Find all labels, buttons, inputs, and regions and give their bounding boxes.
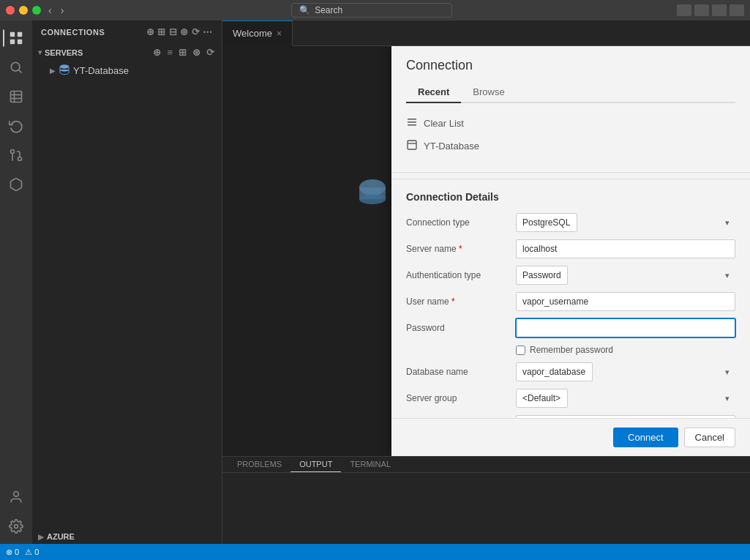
auth-type-select[interactable]: Password	[516, 266, 568, 285]
minimize-button[interactable]	[19, 6, 28, 15]
azure-section[interactable]: ▶ AZURE	[32, 529, 222, 544]
add-connection-icon[interactable]: ⊕	[146, 26, 155, 37]
close-button[interactable]	[6, 6, 15, 15]
recent-section: Clear List YT-Database	[391, 103, 750, 166]
connection-type-wrapper: PostgreSQL	[516, 213, 735, 232]
activity-history[interactable]	[3, 113, 29, 139]
connection-details: Connection Details Connection type Postg…	[391, 179, 750, 418]
terminal-tab[interactable]: TERMINAL	[341, 457, 400, 472]
password-label: Password	[406, 323, 516, 333]
tab-close-icon[interactable]: ×	[277, 29, 282, 39]
panel-title: Connection	[406, 58, 735, 73]
problems-tab[interactable]: PROBLEMS	[228, 457, 290, 472]
server-group-wrapper: <Default>	[516, 389, 735, 408]
tab-recent[interactable]: Recent	[406, 82, 461, 103]
svg-rect-1	[18, 32, 22, 37]
error-count: 0	[15, 548, 19, 556]
server-network-icon[interactable]: ⊛	[191, 46, 202, 59]
more-options-icon[interactable]: ⋯	[203, 26, 213, 37]
svg-rect-3	[18, 40, 22, 44]
user-name-row: User name	[406, 292, 735, 311]
svg-rect-0	[10, 32, 15, 37]
titlebar: ‹ › 🔍 Search	[0, 0, 750, 20]
db-icon	[59, 64, 70, 78]
svg-rect-29	[408, 119, 416, 120]
server-refresh-icon[interactable]: ⟳	[205, 46, 216, 59]
maximize-button[interactable]	[32, 6, 41, 15]
password-input[interactable]	[516, 318, 735, 337]
error-icon: ⊗	[6, 548, 12, 557]
cancel-button[interactable]: Cancel	[684, 428, 735, 447]
server-grid-icon[interactable]: ⊞	[177, 46, 188, 59]
server-group-select[interactable]: <Default>	[516, 389, 568, 408]
azure-label: AZURE	[47, 532, 75, 541]
add-server-icon[interactable]: ⊞	[157, 26, 166, 37]
sidebar-title: CONNECTIONS	[41, 28, 105, 37]
db-chevron: ▶	[50, 67, 56, 75]
layout-icon-4[interactable]	[730, 4, 744, 16]
edit-icon[interactable]: ✏	[195, 65, 203, 76]
bottom-panel: PROBLEMS OUTPUT TERMINAL	[222, 456, 750, 544]
network-icon[interactable]: ⊛	[180, 26, 189, 37]
svg-point-4	[11, 62, 20, 71]
tab-browse[interactable]: Browse	[461, 82, 516, 103]
svg-point-11	[11, 150, 15, 154]
status-bar: ⊗ 0 ⚠ 0	[0, 544, 750, 560]
database-name-label: Database name	[406, 367, 516, 377]
database-name-wrapper: vapor_database	[516, 362, 735, 381]
connection-type-select[interactable]: PostgreSQL	[516, 213, 577, 232]
activity-explorer[interactable]	[3, 25, 29, 51]
warning-status[interactable]: ⚠ 0	[25, 548, 39, 557]
tabs-bar: Welcome ×	[222, 20, 750, 46]
password-row: Password	[406, 318, 735, 337]
layout-icon-1[interactable]	[677, 4, 691, 16]
connect-button[interactable]: Connect	[613, 428, 678, 447]
database-name-row: Database name vapor_database	[406, 362, 735, 381]
output-tab[interactable]: OUTPUT	[290, 457, 341, 472]
delete-icon[interactable]: 🗑	[206, 65, 216, 76]
forward-button[interactable]: ›	[58, 3, 67, 18]
refresh-icon[interactable]: ⟳	[192, 26, 200, 37]
activity-search[interactable]	[3, 54, 29, 81]
database-item-yt[interactable]: ▶ YT-Database ✏ 🗑	[32, 61, 222, 80]
tab-welcome[interactable]: Welcome ×	[222, 20, 293, 46]
tab-welcome-label: Welcome	[233, 28, 272, 39]
list-icon	[406, 116, 418, 130]
db-item-label: YT-Database	[73, 65, 129, 76]
activity-bar	[0, 20, 32, 544]
server-new-icon[interactable]: ⊕	[151, 46, 162, 59]
server-name-row: Server name	[406, 239, 735, 258]
database-name-select[interactable]: vapor_database	[516, 362, 593, 381]
panel-tab-row: PROBLEMS OUTPUT TERMINAL	[222, 457, 750, 473]
server-group-row: Server group <Default>	[406, 389, 735, 408]
details-title: Connection Details	[406, 191, 735, 203]
back-button[interactable]: ‹	[45, 3, 55, 18]
layout-icon-2[interactable]	[694, 4, 709, 16]
search-bar: 🔍 Search	[291, 3, 452, 18]
server-name-input[interactable]	[516, 239, 735, 258]
panel-header: Connection Recent Browse	[391, 46, 750, 103]
servers-section[interactable]: ▾ SERVERS ⊕ ≡ ⊞ ⊛ ⟳	[32, 43, 222, 61]
server-section-icons: ⊕ ≡ ⊞ ⊛ ⟳	[151, 46, 216, 59]
activity-notebooks[interactable]	[3, 83, 29, 110]
recent-yt-database[interactable]: YT-Database	[406, 135, 735, 157]
recent-clear-list[interactable]: Clear List	[406, 112, 735, 135]
svg-point-15	[60, 64, 69, 68]
clear-list-label: Clear List	[424, 118, 464, 129]
user-name-input[interactable]	[516, 292, 735, 311]
editor-area: Welcome ×	[222, 20, 750, 544]
svg-line-5	[19, 70, 22, 73]
panel-divider	[391, 172, 750, 173]
activity-git[interactable]	[3, 142, 29, 168]
remember-password-checkbox[interactable]	[516, 346, 525, 355]
layout-icon-3[interactable]	[712, 4, 727, 16]
warning-icon: ⚠	[25, 548, 32, 557]
activity-extensions[interactable]	[3, 171, 29, 198]
search-text: Search	[315, 5, 342, 15]
activity-settings[interactable]	[3, 513, 29, 540]
filter-icon[interactable]: ⊟	[169, 26, 178, 37]
panel-tab-bar: Recent Browse	[406, 82, 735, 103]
activity-account[interactable]	[3, 484, 29, 510]
server-list-icon[interactable]: ≡	[165, 46, 174, 59]
error-status[interactable]: ⊗ 0	[6, 548, 19, 557]
